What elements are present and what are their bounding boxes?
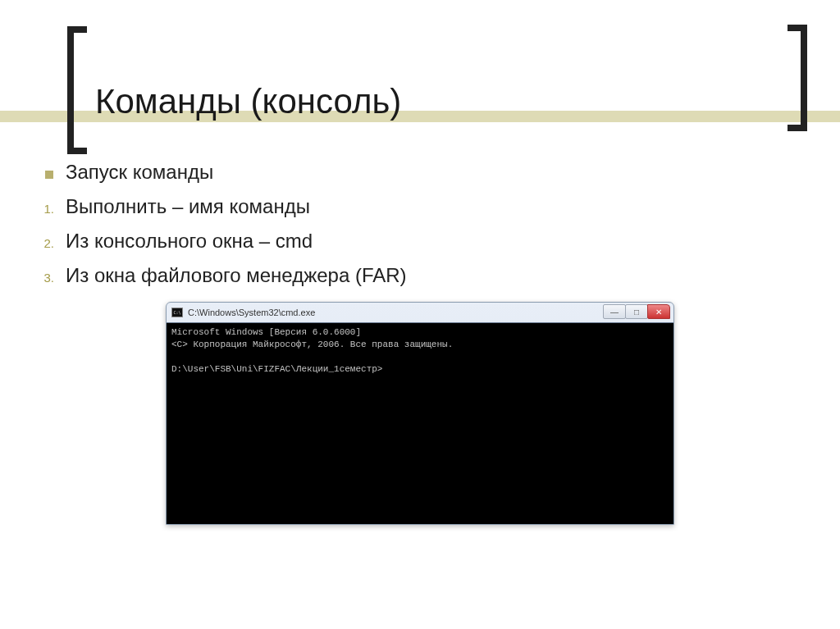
cmd-title-text: C:\Windows\System32\cmd.exe xyxy=(188,308,315,317)
cmd-prompt: D:\User\FSB\Uni\FIZFAC\Лекции_1семестр> xyxy=(171,364,382,374)
maximize-button[interactable]: □ xyxy=(625,304,648,319)
list-item-text: Из окна файлового менеджера (FAR) xyxy=(66,264,407,287)
list-item-text: Из консольного окна – cmd xyxy=(66,230,313,253)
bullet-item: Запуск команды xyxy=(33,161,807,184)
list-number: 2. xyxy=(33,236,66,250)
numbered-item-2: 2. Из консольного окна – cmd xyxy=(33,230,807,253)
title-bracket-right xyxy=(788,25,807,131)
cmd-body[interactable]: Microsoft Windows [Версия 6.0.6000] <C> … xyxy=(167,322,673,524)
window-controls: — □ ✕ xyxy=(604,304,670,319)
cmd-window: C:\Windows\System32\cmd.exe — □ ✕ Micros… xyxy=(166,302,674,525)
slide-content: Запуск команды 1. Выполнить – имя команд… xyxy=(33,161,807,525)
cmd-line: <C> Корпорация Майкрософт, 2006. Все пра… xyxy=(171,340,453,349)
numbered-item-3: 3. Из окна файлового менеджера (FAR) xyxy=(33,264,807,287)
list-item-text: Выполнить – имя команды xyxy=(66,195,310,218)
square-bullet-icon xyxy=(33,167,66,182)
bullet-text: Запуск команды xyxy=(66,161,213,184)
numbered-item-1: 1. Выполнить – имя команды xyxy=(33,195,807,218)
minimize-button[interactable]: — xyxy=(603,304,626,319)
list-number: 3. xyxy=(33,271,66,285)
close-button[interactable]: ✕ xyxy=(647,304,670,319)
title-bracket-left xyxy=(67,26,87,154)
cmd-icon xyxy=(171,308,183,317)
list-number: 1. xyxy=(33,202,66,216)
cmd-line: Microsoft Windows [Версия 6.0.6000] xyxy=(171,327,361,337)
slide-title: Команды (консоль) xyxy=(95,82,401,121)
cmd-titlebar[interactable]: C:\Windows\System32\cmd.exe — □ ✕ xyxy=(167,303,673,322)
